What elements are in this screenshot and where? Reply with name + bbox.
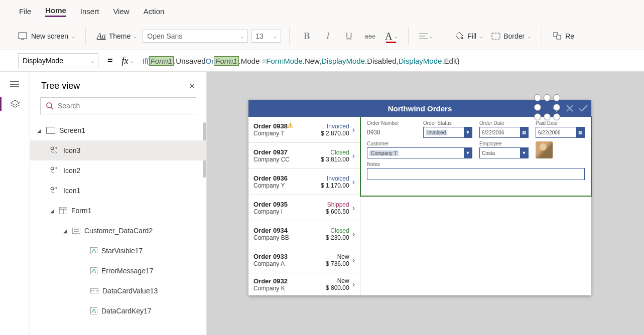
chevron-right-icon: › — [352, 280, 355, 289]
theme-icon: Aa — [97, 32, 106, 41]
label-icon — [90, 247, 97, 254]
order-row[interactable]: Order 0937Company CCClosed$ 3,810.00› — [248, 143, 360, 169]
order-row[interactable]: Order 0934Company BBClosed$ 230.00› — [248, 221, 360, 247]
tree-item-errormessage[interactable]: ErrorMessage17 — [30, 261, 206, 281]
order-number-label: Order Number — [367, 120, 416, 126]
notes-label: Notes — [367, 161, 585, 167]
paid-date-input[interactable]: 6/22/2006▦ — [536, 127, 585, 138]
font-size-select[interactable]: 13⌵ — [251, 30, 281, 43]
tree-search[interactable] — [40, 97, 196, 114]
form-icon — [59, 207, 67, 214]
bold-button[interactable]: B — [298, 27, 316, 45]
tree-list: ◢ Screen1 Icon3 Icon2 Icon1 — [30, 120, 206, 335]
chevron-right-icon: › — [352, 256, 355, 265]
svg-rect-8 — [557, 35, 561, 39]
app-preview: Northwind Orders Order 0938⚠Company TInv… — [248, 100, 591, 295]
order-detail-form: Order Number 0938 Order Status Invoiced▼… — [360, 116, 592, 197]
order-row[interactable]: Order 0935Company IShipped$ 606.50› — [248, 195, 360, 221]
align-button[interactable]: ⌵ — [417, 27, 435, 45]
screen-icon — [46, 127, 55, 134]
layers-icon[interactable] — [10, 100, 20, 108]
tree-item-customer-card[interactable]: ◢ Customer_DataCard2 — [30, 221, 206, 241]
border-button[interactable]: Border ⌵ — [488, 30, 534, 42]
icon-group-icon — [50, 166, 59, 175]
svg-rect-0 — [19, 33, 27, 39]
reorder-icon — [553, 32, 562, 40]
fx-icon[interactable]: fx — [122, 56, 128, 66]
tree-item-icon1[interactable]: Icon1 — [30, 181, 206, 201]
order-number-value: 0938 — [367, 127, 416, 138]
add-icon[interactable] — [552, 104, 561, 113]
svg-point-12 — [47, 103, 52, 108]
tree-item-starvisible[interactable]: StarVisible17 — [30, 241, 206, 261]
tree-item-datacardkey[interactable]: DataCardKey17 — [30, 301, 206, 321]
order-row[interactable]: Order 0933Company ANew$ 736.00› — [248, 247, 360, 273]
left-rail — [0, 72, 30, 335]
menu-file[interactable]: File — [19, 7, 31, 16]
order-gallery[interactable]: Order 0938⚠Company TInvoiced$ 2,870.00›O… — [248, 117, 360, 295]
menu-action[interactable]: Action — [144, 7, 165, 16]
chevron-right-icon: › — [352, 125, 355, 134]
order-status-label: Order Status — [423, 120, 472, 126]
font-color-button[interactable]: A ⌵ — [382, 27, 400, 45]
menu-insert[interactable]: Insert — [80, 7, 99, 16]
align-icon — [419, 33, 428, 40]
label-icon — [90, 307, 97, 314]
datacard-icon — [72, 228, 80, 234]
font-name-select[interactable]: Open Sans⌵ — [143, 30, 248, 43]
check-icon[interactable] — [578, 104, 588, 113]
svg-rect-20 — [72, 228, 80, 234]
tree-item-icon2[interactable]: Icon2 — [30, 160, 206, 181]
fill-button[interactable]: Fill ⌵ — [451, 30, 485, 43]
border-icon — [491, 33, 500, 40]
property-select[interactable]: DisplayMode⌵ — [18, 53, 98, 68]
screen-icon — [18, 32, 28, 40]
order-row[interactable]: Order 0932Company KNew$ 800.00› — [248, 273, 360, 295]
chevron-right-icon: › — [352, 204, 355, 213]
dropdown-icon — [90, 288, 98, 293]
chevron-right-icon: › — [352, 230, 355, 239]
tree-view-panel: Tree view ✕ ◢ Screen1 Icon3 — [30, 72, 207, 335]
notes-input[interactable] — [367, 168, 585, 180]
formula-input[interactable]: If( Form1 .Unsaved Or Form1 .Mode = Form… — [143, 56, 460, 66]
tree-item-screen1[interactable]: ◢ Screen1 — [30, 120, 206, 140]
canvas[interactable]: Northwind Orders Order 0938⚠Company TInv… — [207, 72, 644, 335]
customer-select[interactable]: Company T▼ — [367, 147, 472, 158]
italic-button[interactable]: I — [319, 27, 337, 45]
order-date-label: Order Date — [479, 120, 529, 126]
order-row[interactable]: Order 0938⚠Company TInvoiced$ 2,870.00› — [248, 117, 360, 143]
hamburger-icon[interactable] — [10, 81, 20, 89]
chevron-right-icon: › — [352, 151, 355, 160]
tree-item-icon3[interactable]: Icon3 — [30, 140, 206, 160]
tree-item-form1[interactable]: ◢ Form1 — [30, 201, 206, 221]
formula-bar: DisplayMode⌵ = fx ⌵ If( Form1 .Unsaved O… — [0, 50, 644, 72]
order-row[interactable]: Order 0936Company YInvoiced$ 1,170.00› — [248, 169, 360, 195]
svg-point-5 — [461, 37, 463, 39]
strike-button[interactable]: abc — [361, 27, 379, 45]
menu-view[interactable]: View — [113, 7, 129, 16]
fill-icon — [454, 32, 464, 41]
employee-avatar — [536, 141, 553, 158]
icon-group-icon — [50, 187, 59, 195]
underline-button[interactable]: U — [340, 27, 358, 45]
search-input[interactable] — [58, 102, 191, 110]
search-icon — [46, 102, 54, 110]
ribbon: New screen ⌵ Aa Theme ⌵ Open Sans⌵ 13⌵ B… — [0, 23, 644, 50]
chevron-right-icon: › — [352, 178, 355, 187]
customer-label: Customer — [367, 141, 472, 146]
close-icon[interactable]: ✕ — [189, 81, 195, 91]
theme-button[interactable]: Aa Theme ⌵ — [94, 30, 140, 43]
reorder-button[interactable]: Re — [550, 30, 577, 42]
menu-home[interactable]: Home — [45, 6, 66, 17]
order-status-select[interactable]: Invoiced▼ — [423, 127, 472, 138]
new-screen-button[interactable]: New screen ⌵ — [15, 30, 77, 42]
paid-date-label: Paid Date — [536, 120, 585, 126]
employee-select[interactable]: Costa▼ — [479, 147, 529, 158]
tree-title: Tree view — [41, 81, 80, 91]
order-date-input[interactable]: 6/22/2006▦ — [479, 127, 529, 138]
equals-sign: = — [107, 56, 113, 66]
tree-item-datacardvalue[interactable]: DataCardValue13 — [30, 281, 206, 301]
icon-group-icon — [50, 146, 59, 154]
svg-line-13 — [51, 107, 53, 109]
cancel-icon[interactable] — [565, 104, 574, 113]
